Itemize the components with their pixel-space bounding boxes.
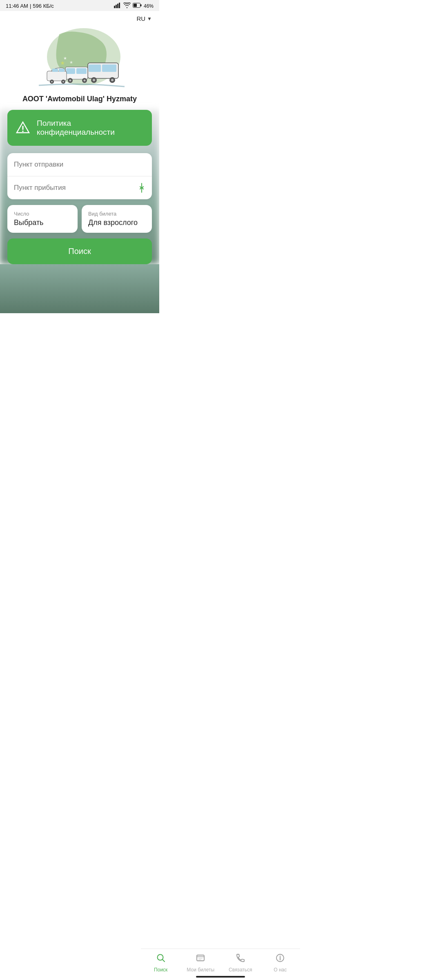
ticket-label: Вид билета	[88, 211, 145, 217]
warning-icon	[16, 120, 30, 135]
lang-label: RU	[136, 15, 145, 22]
svg-rect-3	[119, 3, 120, 9]
date-picker[interactable]: Число Выбрать	[7, 205, 78, 233]
app-title: АООТ 'Awtomobil Ulag' Hyzmaty	[22, 95, 137, 103]
svg-rect-2	[117, 4, 118, 8]
svg-rect-0	[114, 6, 115, 8]
svg-point-17	[93, 79, 95, 81]
date-value: Выбрать	[14, 218, 71, 227]
svg-rect-28	[59, 69, 65, 72]
svg-text:★: ★	[60, 60, 65, 66]
swap-button[interactable]	[138, 183, 145, 193]
main-content: RU ▼ ★ ★ ★ ★	[0, 11, 159, 321]
signal-icon	[114, 2, 121, 9]
search-button[interactable]: Поиск	[7, 238, 152, 264]
speed: 596 КБ/с	[33, 3, 54, 9]
language-selector[interactable]: RU ▼	[136, 15, 152, 22]
svg-point-25	[84, 80, 86, 82]
ticket-type-picker[interactable]: Вид билета Для взрослого	[82, 205, 152, 233]
svg-point-18	[111, 79, 114, 81]
svg-text:★: ★	[63, 56, 67, 60]
svg-text:★: ★	[69, 60, 73, 65]
date-label: Число	[14, 211, 71, 217]
svg-rect-33	[22, 126, 24, 130]
options-row: Число Выбрать Вид билета Для взрослого	[7, 205, 152, 233]
svg-rect-21	[76, 68, 87, 74]
ticket-value: Для взрослого	[88, 218, 145, 227]
svg-point-24	[69, 80, 71, 82]
battery-percent: 46%	[144, 3, 154, 9]
svg-rect-26	[47, 71, 67, 81]
svg-rect-13	[89, 65, 101, 72]
logo-area: ★ ★ ★ ★	[0, 22, 159, 107]
svg-rect-5	[134, 4, 137, 7]
svg-point-32	[62, 81, 64, 82]
status-bar-left: 11:46 AM | 596 КБ/с	[6, 3, 54, 9]
route-card	[7, 153, 152, 199]
wifi-icon	[123, 2, 131, 9]
status-bar-right: 46%	[114, 2, 154, 9]
separator: |	[30, 3, 31, 9]
battery-icon	[133, 3, 142, 9]
bg-extra	[0, 264, 159, 313]
privacy-banner[interactable]: Политика конфиденциальности	[7, 110, 152, 146]
logo-image: ★ ★ ★ ★	[31, 26, 129, 91]
svg-point-34	[22, 131, 24, 132]
arrival-row[interactable]	[7, 176, 152, 199]
chevron-down-icon: ▼	[147, 16, 152, 22]
privacy-text: Политика конфиденциальности	[37, 119, 144, 137]
search-section: Политика конфиденциальности	[0, 110, 159, 264]
departure-row[interactable]	[7, 153, 152, 176]
svg-rect-14	[102, 65, 116, 72]
lang-row: RU ▼	[0, 11, 159, 22]
departure-input[interactable]	[14, 160, 145, 169]
svg-rect-27	[52, 69, 58, 72]
arrival-input[interactable]	[14, 184, 145, 192]
status-bar: 11:46 AM | 596 КБ/с	[0, 0, 159, 11]
svg-rect-1	[116, 5, 117, 9]
svg-rect-6	[140, 4, 142, 7]
time: 11:46 AM	[6, 3, 28, 9]
svg-rect-20	[66, 68, 75, 74]
svg-point-31	[51, 81, 53, 82]
